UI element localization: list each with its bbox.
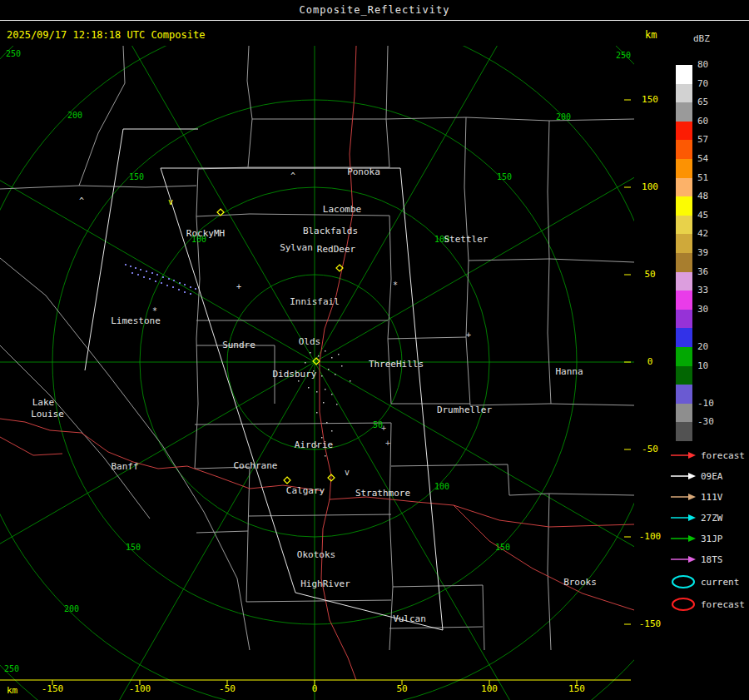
precip-echo-dot xyxy=(162,276,164,278)
precip-echo-dot xyxy=(125,264,126,266)
radar-sector-outline xyxy=(85,129,123,370)
clutter-dot xyxy=(323,402,325,404)
ring-distance-label: 250 xyxy=(616,51,631,60)
range-ring xyxy=(0,46,634,700)
colorbar-value: 57 xyxy=(697,135,731,145)
county-boundary xyxy=(548,121,549,259)
bottom-axis-value: 150 xyxy=(552,684,602,694)
county-boundary xyxy=(0,46,125,189)
precip-echo-dot xyxy=(143,276,145,278)
range-ring xyxy=(0,46,634,700)
colorbar-unit-label: dBZ xyxy=(693,33,710,44)
precip-echo-dot xyxy=(184,291,186,293)
legend-item: 18TS xyxy=(671,552,723,567)
clutter-dot xyxy=(321,375,323,377)
precip-echo-dot xyxy=(151,272,153,274)
city-label: RedDeer xyxy=(317,244,356,255)
colorbar-band xyxy=(676,84,692,103)
county-boundary xyxy=(79,186,196,187)
clutter-dot xyxy=(316,412,318,414)
colorbar-band xyxy=(676,65,692,84)
city-label: Vulcan xyxy=(393,613,426,624)
colorbar-value: 51 xyxy=(697,173,731,183)
colorbar-value: 70 xyxy=(697,79,731,89)
radar-site-marker xyxy=(284,477,290,484)
highway-line xyxy=(330,497,634,527)
city-label: Louise xyxy=(31,409,64,420)
city-label: Calgary xyxy=(286,485,325,496)
colorbar-band xyxy=(676,347,692,366)
city-label: Airdrie xyxy=(295,439,333,450)
legend-item-label: 31JP xyxy=(701,534,723,544)
city-label: Didsbury xyxy=(273,369,317,380)
colorbar-band xyxy=(676,422,692,441)
clutter-dot xyxy=(298,380,300,382)
city-label: Innisfail xyxy=(290,296,340,307)
legend-item: 111V xyxy=(671,489,723,504)
legend-arrow-icon xyxy=(671,554,696,564)
ring-distance-label: 200 xyxy=(67,111,82,120)
colorbar-band xyxy=(676,196,692,216)
bottom-axis-value: 0 xyxy=(290,684,340,694)
clutter-dot xyxy=(316,391,318,393)
precip-echo-dot xyxy=(130,266,131,267)
legend-item: current xyxy=(671,574,739,589)
city-label: Lake xyxy=(32,397,55,408)
clutter-dot xyxy=(336,404,338,405)
highway-line xyxy=(0,437,62,455)
county-boundary xyxy=(196,345,275,404)
ring-distance-label: 250 xyxy=(4,664,19,673)
precip-echo-dot xyxy=(155,280,156,282)
colorbar-value: 80 xyxy=(697,60,731,70)
legend-item: 27ZW xyxy=(671,510,723,525)
precip-echo-dot xyxy=(195,288,196,290)
clutter-dot xyxy=(308,387,310,389)
legend-item: forecast xyxy=(671,448,745,463)
colorbar-band xyxy=(676,290,692,310)
colorbar-band xyxy=(676,140,692,159)
county-boundary xyxy=(470,404,634,405)
bottom-axis-value: -50 xyxy=(202,684,252,694)
ring-distance-label: 50 xyxy=(373,420,383,429)
colorbar-band xyxy=(676,159,692,178)
highway-line xyxy=(454,505,634,610)
clutter-dot xyxy=(331,430,333,432)
city-label: Brooks xyxy=(563,577,597,588)
right-axis-value: -150 xyxy=(632,619,668,629)
city-label: Sylvan xyxy=(280,242,313,253)
grid-radial-line xyxy=(315,362,552,700)
city-label: Limestone xyxy=(111,315,161,326)
precip-echo-dot xyxy=(161,282,162,284)
precip-echo-dot xyxy=(135,267,136,269)
colorbar-band xyxy=(676,366,692,385)
county-boundary xyxy=(469,259,634,262)
county-boundary xyxy=(388,216,391,404)
city-label: Lacombe xyxy=(323,204,361,215)
map-marker: * xyxy=(393,280,398,290)
bottom-axis-value: -100 xyxy=(115,684,165,694)
radar-map: v^^+**+v++250200150100100150200250501001… xyxy=(0,46,634,700)
colorbar-band xyxy=(676,234,692,253)
legend-item-label: 18TS xyxy=(701,554,723,565)
grid-radial-line xyxy=(0,125,315,362)
county-boundary xyxy=(386,117,634,121)
precip-echo-dot xyxy=(173,280,175,281)
km-unit-top-right: km xyxy=(645,29,657,41)
clutter-dot xyxy=(305,362,306,364)
colorbar-band xyxy=(676,328,692,347)
colorbar-band xyxy=(676,404,692,423)
county-boundary xyxy=(548,494,551,650)
right-axis-value: 150 xyxy=(632,95,668,105)
colorbar-band xyxy=(676,253,692,272)
legend-arrow-icon xyxy=(671,450,696,460)
legend-item-label: 27ZW xyxy=(701,513,723,524)
map-marker: + xyxy=(466,330,471,340)
map-marker: ^ xyxy=(290,171,295,181)
ring-distance-label: 150 xyxy=(126,543,141,552)
clutter-dot xyxy=(328,369,330,370)
precip-echo-dot xyxy=(140,269,141,271)
ring-distance-label: 100 xyxy=(434,482,449,491)
reflectivity-colorbar xyxy=(676,65,692,441)
county-boundary xyxy=(246,531,248,602)
city-label: Strathmore xyxy=(355,488,410,499)
